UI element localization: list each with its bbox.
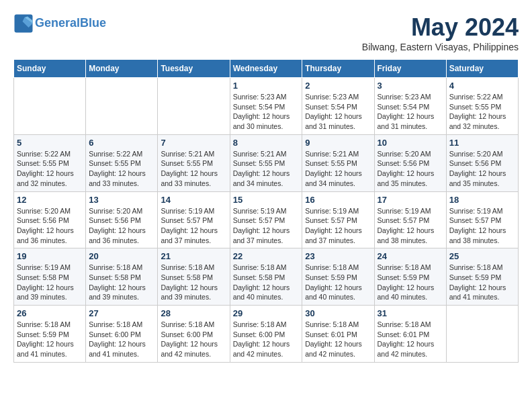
calendar-cell: 3Sunrise: 5:23 AM Sunset: 5:54 PM Daylig… [374,78,446,135]
calendar-cell: 24Sunrise: 5:18 AM Sunset: 5:59 PM Dayli… [374,248,446,306]
calendar-cell: 7Sunrise: 5:21 AM Sunset: 5:55 PM Daylig… [158,134,230,191]
calendar-week-row: 26Sunrise: 5:18 AM Sunset: 5:59 PM Dayli… [14,306,519,363]
calendar-cell: 30Sunrise: 5:18 AM Sunset: 6:01 PM Dayli… [302,306,374,363]
calendar-cell: 17Sunrise: 5:19 AM Sunset: 5:57 PM Dayli… [374,191,446,248]
calendar-week-row: 19Sunrise: 5:19 AM Sunset: 5:58 PM Dayli… [14,248,519,306]
calendar-cell: 28Sunrise: 5:18 AM Sunset: 6:00 PM Dayli… [158,306,230,363]
calendar-cell: 6Sunrise: 5:22 AM Sunset: 5:55 PM Daylig… [86,134,158,191]
day-info: Sunrise: 5:19 AM Sunset: 5:57 PM Dayligh… [378,206,443,246]
day-number: 1 [233,81,300,91]
weekday-header: Tuesday [158,60,230,78]
weekday-header: Thursday [302,60,374,78]
calendar-cell: 10Sunrise: 5:20 AM Sunset: 5:56 PM Dayli… [374,134,446,191]
day-info: Sunrise: 5:18 AM Sunset: 6:01 PM Dayligh… [378,320,443,359]
day-info: Sunrise: 5:18 AM Sunset: 5:58 PM Dayligh… [233,263,300,302]
day-info: Sunrise: 5:19 AM Sunset: 5:57 PM Dayligh… [449,206,515,246]
calendar: SundayMondayTuesdayWednesdayThursdayFrid… [13,59,519,363]
day-info: Sunrise: 5:20 AM Sunset: 5:56 PM Dayligh… [17,206,83,246]
day-info: Sunrise: 5:18 AM Sunset: 6:00 PM Dayligh… [233,320,300,359]
day-number: 9 [305,138,371,148]
day-info: Sunrise: 5:18 AM Sunset: 5:59 PM Dayligh… [378,263,443,302]
calendar-cell [158,78,230,135]
calendar-cell: 1Sunrise: 5:23 AM Sunset: 5:54 PM Daylig… [230,78,302,135]
day-number: 2 [305,81,371,91]
calendar-cell [14,78,86,135]
weekday-header: Wednesday [230,60,302,78]
day-info: Sunrise: 5:22 AM Sunset: 5:55 PM Dayligh… [89,149,154,189]
day-info: Sunrise: 5:20 AM Sunset: 5:56 PM Dayligh… [378,149,443,189]
day-info: Sunrise: 5:20 AM Sunset: 5:56 PM Dayligh… [449,149,515,189]
calendar-cell: 26Sunrise: 5:18 AM Sunset: 5:59 PM Dayli… [14,306,86,363]
month-title: May 2024 [362,13,519,42]
logo-text: GeneralBlue [35,16,106,31]
day-number: 16 [305,195,371,205]
weekday-header: Friday [374,60,446,78]
day-info: Sunrise: 5:18 AM Sunset: 6:01 PM Dayligh… [305,320,371,359]
day-number: 17 [378,195,443,205]
day-number: 26 [17,308,83,318]
day-number: 10 [378,138,443,148]
day-number: 20 [89,251,154,261]
location: Bilwang, Eastern Visayas, Philippines [362,42,519,52]
calendar-cell: 15Sunrise: 5:19 AM Sunset: 5:57 PM Dayli… [230,191,302,248]
calendar-cell [446,306,518,363]
logo-icon [13,13,34,34]
calendar-cell: 23Sunrise: 5:18 AM Sunset: 5:59 PM Dayli… [302,248,374,306]
day-info: Sunrise: 5:19 AM Sunset: 5:57 PM Dayligh… [161,206,226,246]
calendar-cell: 22Sunrise: 5:18 AM Sunset: 5:58 PM Dayli… [230,248,302,306]
weekday-header: Monday [86,60,158,78]
day-number: 11 [449,138,515,148]
calendar-cell: 11Sunrise: 5:20 AM Sunset: 5:56 PM Dayli… [446,134,518,191]
day-info: Sunrise: 5:18 AM Sunset: 6:00 PM Dayligh… [161,320,226,359]
weekday-header: Sunday [14,60,86,78]
page-header: GeneralBlue May 2024 Bilwang, Eastern Vi… [13,13,519,52]
day-number: 21 [161,251,226,261]
day-info: Sunrise: 5:19 AM Sunset: 5:57 PM Dayligh… [305,206,371,246]
day-number: 31 [378,308,443,318]
calendar-week-row: 12Sunrise: 5:20 AM Sunset: 5:56 PM Dayli… [14,191,519,248]
day-info: Sunrise: 5:22 AM Sunset: 5:55 PM Dayligh… [449,92,515,132]
day-info: Sunrise: 5:23 AM Sunset: 5:54 PM Dayligh… [233,92,300,132]
day-number: 8 [233,138,300,148]
day-number: 6 [89,138,154,148]
calendar-cell: 18Sunrise: 5:19 AM Sunset: 5:57 PM Dayli… [446,191,518,248]
calendar-body: 1Sunrise: 5:23 AM Sunset: 5:54 PM Daylig… [14,78,519,363]
day-info: Sunrise: 5:18 AM Sunset: 5:59 PM Dayligh… [305,263,371,302]
calendar-header: SundayMondayTuesdayWednesdayThursdayFrid… [14,60,519,78]
day-info: Sunrise: 5:18 AM Sunset: 6:00 PM Dayligh… [89,320,154,359]
day-info: Sunrise: 5:23 AM Sunset: 5:54 PM Dayligh… [305,92,371,132]
day-number: 19 [17,251,83,261]
calendar-cell: 8Sunrise: 5:21 AM Sunset: 5:55 PM Daylig… [230,134,302,191]
day-number: 13 [89,195,154,205]
day-info: Sunrise: 5:21 AM Sunset: 5:55 PM Dayligh… [305,149,371,189]
day-info: Sunrise: 5:18 AM Sunset: 5:59 PM Dayligh… [449,263,515,302]
calendar-cell: 13Sunrise: 5:20 AM Sunset: 5:56 PM Dayli… [86,191,158,248]
day-number: 23 [305,251,371,261]
calendar-cell [86,78,158,135]
calendar-cell: 27Sunrise: 5:18 AM Sunset: 6:00 PM Dayli… [86,306,158,363]
calendar-cell: 25Sunrise: 5:18 AM Sunset: 5:59 PM Dayli… [446,248,518,306]
calendar-cell: 20Sunrise: 5:18 AM Sunset: 5:58 PM Dayli… [86,248,158,306]
day-info: Sunrise: 5:22 AM Sunset: 5:55 PM Dayligh… [17,149,83,189]
day-number: 15 [233,195,300,205]
day-number: 25 [449,251,515,261]
day-info: Sunrise: 5:21 AM Sunset: 5:55 PM Dayligh… [233,149,300,189]
day-number: 4 [449,81,515,91]
calendar-cell: 5Sunrise: 5:22 AM Sunset: 5:55 PM Daylig… [14,134,86,191]
day-number: 7 [161,138,226,148]
day-number: 18 [449,195,515,205]
day-info: Sunrise: 5:18 AM Sunset: 5:59 PM Dayligh… [17,320,83,359]
day-number: 30 [305,308,371,318]
day-info: Sunrise: 5:18 AM Sunset: 5:58 PM Dayligh… [161,263,226,302]
calendar-cell: 19Sunrise: 5:19 AM Sunset: 5:58 PM Dayli… [14,248,86,306]
day-info: Sunrise: 5:23 AM Sunset: 5:54 PM Dayligh… [378,92,443,132]
weekday-row: SundayMondayTuesdayWednesdayThursdayFrid… [14,60,519,78]
calendar-week-row: 5Sunrise: 5:22 AM Sunset: 5:55 PM Daylig… [14,134,519,191]
calendar-cell: 9Sunrise: 5:21 AM Sunset: 5:55 PM Daylig… [302,134,374,191]
day-info: Sunrise: 5:19 AM Sunset: 5:58 PM Dayligh… [17,263,83,302]
day-number: 29 [233,308,300,318]
logo: GeneralBlue [13,13,106,34]
title-block: May 2024 Bilwang, Eastern Visayas, Phili… [362,13,519,52]
calendar-cell: 29Sunrise: 5:18 AM Sunset: 6:00 PM Dayli… [230,306,302,363]
calendar-cell: 12Sunrise: 5:20 AM Sunset: 5:56 PM Dayli… [14,191,86,248]
